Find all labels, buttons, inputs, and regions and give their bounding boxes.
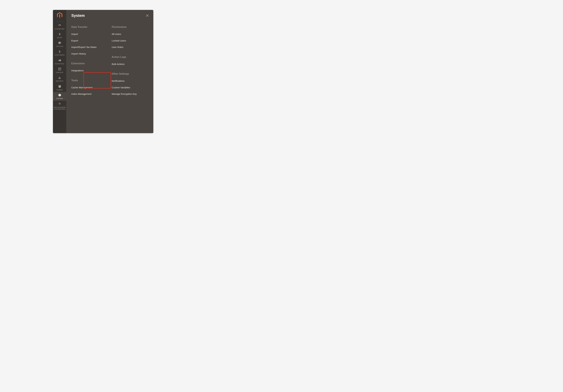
menu-link-cache-management[interactable]: Cache Management: [71, 86, 108, 89]
sidebar-item-label: SALES: [57, 37, 62, 38]
sidebar-item-reports[interactable]: REPORTS: [53, 75, 66, 83]
sidebar-item-label: FIND PARTNERS & EXTENSIONS: [53, 106, 66, 110]
box-icon: [58, 41, 61, 45]
menu-section: PermissionsAll UsersLocked UsersUser Rol…: [112, 26, 148, 49]
svg-rect-4: [58, 68, 61, 70]
flyout-title: System: [71, 13, 148, 18]
menu-link-locked-users[interactable]: Locked Users: [112, 39, 148, 42]
sidebar-item-label: SYSTEM: [56, 98, 63, 99]
sidebar-item-sales[interactable]: $SALES: [53, 31, 66, 39]
menu-section-title: Tools: [71, 79, 108, 82]
layout-icon: [58, 67, 61, 71]
sidebar-item-stores[interactable]: STORES: [53, 83, 66, 92]
menu-link-custom-variables[interactable]: Custom Variables: [112, 86, 148, 89]
svg-text:$: $: [59, 33, 61, 36]
store-icon: [58, 85, 61, 88]
sidebar-item-catalog[interactable]: CATALOG: [53, 40, 66, 48]
menu-section: Data TransferImportExportImport/Export T…: [71, 26, 108, 55]
svg-point-3: [59, 51, 60, 51]
system-flyout-panel: DASHBOARD$SALESCATALOGCUSTOMERSMARKETING…: [53, 10, 153, 133]
sidebar-item-find-partners-extensions[interactable]: FIND PARTNERS & EXTENSIONS: [53, 101, 66, 111]
menu-link-export[interactable]: Export: [71, 39, 108, 42]
menu-link-all-users[interactable]: All Users: [112, 33, 148, 36]
magento-logo-icon: [57, 12, 63, 18]
menu-section: ExtensionsIntegrations: [71, 62, 108, 72]
sidebar-item-label: STORES: [56, 89, 63, 91]
svg-rect-9: [60, 78, 61, 79]
menu-section-title: Extensions: [71, 62, 108, 65]
svg-rect-8: [59, 77, 60, 79]
sidebar-item-dashboard[interactable]: DASHBOARD: [53, 22, 66, 31]
sidebar-item-marketing[interactable]: MARKETING: [53, 57, 66, 66]
svg-rect-1: [60, 25, 60, 26]
menu-section-title: Permissions: [112, 26, 148, 28]
sidebar-item-customers[interactable]: CUSTOMERS: [53, 48, 66, 57]
menu-section: Other SettingsNotificationsCustom Variab…: [112, 72, 148, 96]
menu-link-manage-encryption-key[interactable]: Manage Encryption Key: [112, 92, 148, 96]
sidebar-divider: [56, 21, 64, 21]
menu-section: ToolsCache ManagementIndex Management: [71, 79, 108, 96]
flyout-column-right: PermissionsAll UsersLocked UsersUser Rol…: [112, 26, 148, 103]
bars-icon: [58, 76, 61, 79]
sidebar-item-label: REPORTS: [56, 80, 64, 82]
sidebar-item-content[interactable]: CONTENT: [53, 66, 66, 75]
svg-rect-7: [59, 78, 59, 79]
flyout-content: System Data TransferImportExportImport/E…: [66, 10, 153, 133]
dollar-icon: $: [58, 32, 61, 36]
dashboard-icon: [58, 24, 61, 27]
flyout-column-left: Data TransferImportExportImport/Export T…: [71, 26, 108, 103]
menu-link-bulk-actions[interactable]: Bulk Actions: [112, 63, 148, 66]
blocks-icon: [58, 102, 61, 106]
sidebar-item-label: CUSTOMERS: [54, 54, 65, 56]
menu-section-title: Action Logs: [112, 56, 148, 58]
close-button[interactable]: [146, 14, 149, 17]
menu-section: Action LogsBulk Actions: [112, 56, 148, 66]
menu-section-title: Other Settings: [112, 72, 148, 75]
menu-link-user-roles[interactable]: User Roles: [112, 46, 148, 49]
menu-section-title: Data Transfer: [71, 26, 108, 28]
person-icon: [58, 50, 61, 53]
sidebar-item-label: CONTENT: [55, 72, 64, 73]
menu-link-integrations[interactable]: Integrations: [71, 69, 108, 72]
sidebar-item-label: DASHBOARD: [54, 28, 65, 30]
menu-link-index-management[interactable]: Index Management: [71, 92, 108, 96]
admin-sidebar: DASHBOARD$SALESCATALOGCUSTOMERSMARKETING…: [53, 10, 66, 133]
menu-link-import[interactable]: Import: [71, 33, 108, 36]
megaphone-icon: [58, 59, 61, 62]
sidebar-item-system[interactable]: SYSTEM: [53, 92, 66, 101]
gear-icon: [58, 93, 61, 97]
menu-link-import-history[interactable]: Import History: [71, 52, 108, 55]
sidebar-item-label: CATALOG: [56, 45, 64, 47]
menu-link-import-export-tax-rates[interactable]: Import/Export Tax Rates: [71, 46, 108, 49]
menu-link-notifications[interactable]: Notifications: [112, 79, 148, 82]
sidebar-item-label: MARKETING: [55, 63, 64, 65]
